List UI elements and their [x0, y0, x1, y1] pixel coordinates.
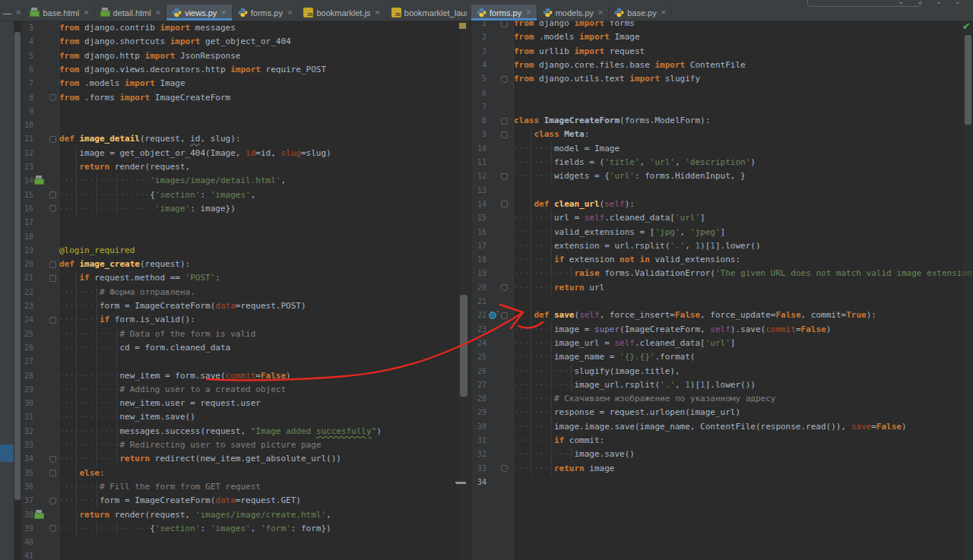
code-line[interactable]: 21 if request.method == 'POST': [21, 271, 469, 285]
code-line[interactable]: 13 return render(request, [21, 160, 469, 174]
code-line[interactable]: 10 [21, 119, 469, 132]
tab-forms-py[interactable]: forms.py× [233, 5, 299, 21]
tab-forms-py[interactable]: forms.py× [471, 5, 537, 21]
close-tab-icon[interactable]: × [598, 8, 603, 17]
code-line[interactable]: 34············return redirect(new_item.g… [21, 452, 469, 466]
overflow-tab[interactable]: —× [0, 5, 24, 21]
close-tab-icon[interactable]: × [661, 8, 666, 17]
tab-base-html[interactable]: base.html× [24, 5, 94, 21]
template-link-icon[interactable] [34, 176, 44, 185]
code-line[interactable]: 40 [21, 536, 469, 549]
toolbar-chevron-icon[interactable]: ⌄ [936, 0, 942, 5]
code-line[interactable]: 14 def clean_url(self): [471, 198, 962, 211]
code-line[interactable]: 12········widgets = {'url': forms.Hidden… [471, 169, 962, 183]
code-line[interactable]: 3from django.contrib import messages [21, 21, 469, 35]
toolbar-chevron-icon[interactable]: ⌄ [917, 0, 923, 5]
template-link-icon[interactable] [34, 510, 44, 520]
fold-marker-icon[interactable] [49, 94, 56, 101]
code-line[interactable]: 28············new_item = form.save(commi… [21, 369, 469, 383]
code-line[interactable]: 6from django.views.decorators.http impor… [21, 63, 469, 77]
close-tab-icon[interactable]: × [156, 8, 160, 17]
code-line[interactable]: 25············# Data of the form is vali… [21, 327, 469, 341]
fold-marker-icon[interactable] [49, 136, 56, 143]
code-line[interactable]: 7from .models import Image [21, 77, 469, 90]
code-line[interactable]: 11········fields = ('title', 'url', 'des… [471, 156, 962, 169]
code-line[interactable]: 3from urllib import request [471, 45, 962, 59]
code-line[interactable]: 28········# Скачиваем изображение по ука… [471, 392, 962, 406]
code-line[interactable]: 6 [471, 87, 962, 100]
tab-bookmarklet-js[interactable]: JSbookmarklet.js× [298, 5, 385, 21]
code-line[interactable]: 37········form = ImageCreateForm(data=re… [21, 494, 469, 508]
fold-marker-icon[interactable] [501, 284, 508, 291]
fold-marker-icon[interactable] [501, 76, 508, 83]
code-line[interactable]: 36········# Fill the form from GET reque… [21, 480, 469, 494]
code-line[interactable]: 17 [21, 216, 469, 229]
toolbar-chevron-icon[interactable]: ⌄ [898, 0, 904, 5]
code-line[interactable]: 32············messages.success(request, … [21, 425, 469, 438]
code-line[interactable]: 9 [21, 105, 469, 119]
close-tab-icon[interactable]: × [221, 8, 226, 17]
close-tab-icon[interactable]: × [526, 8, 531, 17]
code-line[interactable]: 26············slugify(image.title), [471, 365, 962, 378]
code-line[interactable]: 30········image.image.save(image_name, C… [471, 420, 962, 434]
code-line[interactable]: 11def image_detail(request, id, slug): [21, 132, 469, 146]
code-line[interactable]: 15········url = self.cleaned_data['url'] [471, 211, 962, 225]
code-line[interactable]: 10········model = Image [471, 142, 962, 156]
code-line[interactable]: 19············raise forms.ValidationErro… [471, 267, 962, 280]
code-line[interactable]: 27············image_url.rsplit('.', 1)[1… [471, 378, 962, 392]
code-line[interactable]: 20def image_create(request): [21, 258, 469, 271]
code-line[interactable]: 22········# Форма отправлена. [21, 286, 469, 299]
fold-marker-icon[interactable] [49, 261, 56, 268]
code-line[interactable]: 33············# Redirecting user to save… [21, 438, 469, 452]
left-editor-scrollbar[interactable] [460, 295, 467, 397]
fold-marker-icon[interactable] [501, 201, 508, 207]
code-line[interactable]: 22 def save(self, force_insert=False, fo… [471, 308, 962, 322]
code-line[interactable]: 7 [471, 100, 962, 114]
code-line[interactable]: 16···················'image': image}) [21, 202, 469, 216]
code-line[interactable]: 32············image.save() [471, 448, 962, 461]
code-line[interactable]: 4from django.shortcuts import get_object… [21, 35, 469, 49]
project-panel-scrollbar[interactable] [14, 32, 21, 500]
code-line[interactable]: 27 [21, 355, 469, 369]
close-tab-icon[interactable]: × [84, 8, 88, 17]
fold-marker-icon[interactable] [501, 312, 508, 319]
code-line[interactable]: 14··················'images/image/detail… [21, 174, 469, 188]
code-line[interactable]: 24········image_url = self.cleaned_data[… [471, 337, 962, 350]
code-line[interactable]: 33········return image [471, 462, 962, 476]
fold-marker-icon[interactable] [49, 275, 56, 282]
code-line[interactable]: 38 return render(request, 'images/image/… [21, 508, 469, 522]
code-line[interactable]: 25········image_name = '{}.{}'.format( [471, 350, 962, 364]
code-line[interactable]: 41 [21, 549, 469, 560]
right-editor-scrollbar[interactable] [965, 35, 971, 125]
fold-marker-icon[interactable] [501, 465, 508, 472]
code-line[interactable]: 23········form = ImageCreateForm(data=re… [21, 299, 469, 313]
code-line[interactable]: 34 [471, 476, 962, 489]
code-line[interactable]: 16········valid_extensions = ['jpg', 'jp… [471, 226, 962, 239]
code-line[interactable]: 19@login_required [21, 244, 469, 258]
code-line[interactable]: 8class ImageCreateForm(forms.ModelForm): [471, 114, 962, 128]
overriding-method-icon[interactable] [489, 312, 496, 319]
code-line[interactable]: 39··················{'section': 'images'… [21, 522, 469, 536]
code-line[interactable]: 2from .models import Image [471, 30, 962, 44]
tab-detail-html[interactable]: detail.html× [95, 5, 167, 21]
code-line[interactable]: 4from django.core.files.base import Cont… [471, 59, 962, 72]
close-tab-icon[interactable]: × [375, 8, 379, 17]
code-line[interactable]: 9 class Meta: [471, 128, 962, 141]
code-line[interactable]: 5from django.http import JsonResponse [21, 49, 469, 63]
fold-marker-icon[interactable] [49, 525, 56, 532]
code-line[interactable]: 26············cd = form.cleaned_data [21, 341, 469, 355]
code-line[interactable]: 29············# Adding user to a created… [21, 383, 469, 397]
fold-marker-icon[interactable] [49, 470, 56, 476]
code-line[interactable]: 23········image = super(ImageCreateForm,… [471, 323, 962, 337]
close-tab-icon[interactable]: × [287, 8, 292, 17]
toolbar-chevron-icon[interactable]: ⌄ [955, 0, 961, 5]
code-line[interactable]: 30············new_item.user = request.us… [21, 397, 469, 410]
tab-views-py[interactable]: views.py× [166, 5, 233, 21]
code-line[interactable]: 31········if commit: [471, 434, 962, 448]
code-line[interactable]: 24········if form.is_valid(): [21, 313, 469, 327]
code-line[interactable]: 31············new_item.save() [21, 410, 469, 424]
tab-base-py[interactable]: base.py× [609, 5, 672, 21]
close-tab-icon[interactable]: × [16, 8, 21, 17]
fold-marker-icon[interactable] [49, 205, 56, 212]
fold-marker-icon[interactable] [501, 131, 508, 138]
